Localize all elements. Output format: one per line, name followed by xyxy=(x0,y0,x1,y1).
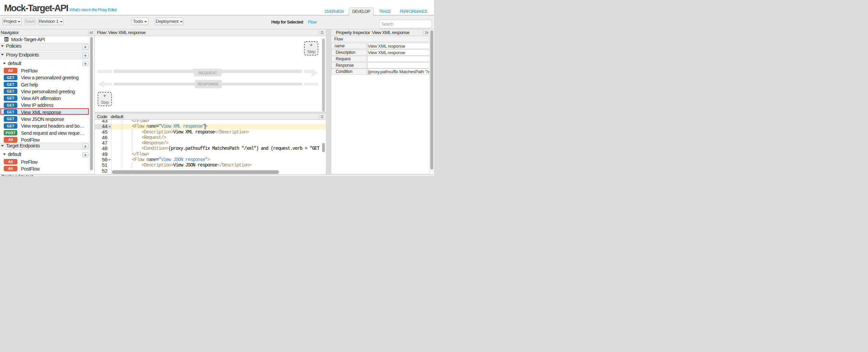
svg-text:RESPONSE: RESPONSE xyxy=(198,82,219,86)
svg-text:Step: Step xyxy=(307,49,315,54)
svg-text:+: + xyxy=(310,42,313,47)
svg-text:Step: Step xyxy=(101,100,109,105)
svg-text:+: + xyxy=(103,92,106,98)
svg-text:REQUEST: REQUEST xyxy=(199,70,217,75)
